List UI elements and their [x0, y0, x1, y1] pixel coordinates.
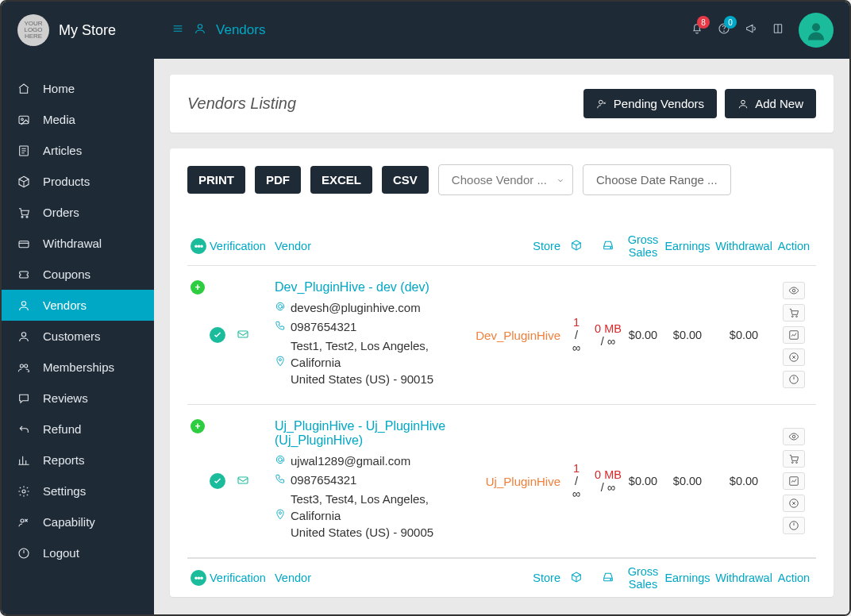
sidebar-item-label: Home — [43, 82, 75, 95]
sidebar-item-withdrawal[interactable]: Withdrawal — [2, 228, 154, 259]
orders-action[interactable] — [783, 450, 805, 468]
gross-sales-value: $0.00 — [624, 329, 662, 341]
print-button[interactable]: PRINT — [187, 166, 245, 194]
earnings-value: $0.00 — [662, 475, 713, 487]
col-withdrawal[interactable]: Withdrawal — [713, 240, 775, 252]
docs-icon[interactable] — [772, 22, 784, 38]
sidebar-item-products[interactable]: Products — [2, 166, 154, 197]
view-action[interactable] — [783, 282, 805, 299]
topbar: YOUR LOGO HERE My Store Vendors 8 0 — [2, 2, 849, 59]
col-vendor[interactable]: Vendor — [275, 240, 473, 252]
stats-action[interactable] — [783, 326, 805, 344]
choose-date-input[interactable]: Choose Date Range ... — [583, 164, 731, 195]
sidebar-item-articles[interactable]: Articles — [2, 135, 154, 166]
expand-all-icon[interactable]: ••• — [191, 570, 206, 586]
sidebar-item-coupons[interactable]: Coupons — [2, 259, 154, 290]
withdrawal-value: $0.00 — [713, 475, 775, 487]
user-icon — [194, 22, 206, 38]
avatar[interactable] — [799, 13, 834, 48]
listing-header-card: Vendors Listing Pending Vendors Add New — [170, 75, 834, 133]
home-icon — [16, 83, 32, 95]
sidebar-item-label: Media — [43, 113, 75, 126]
space-used: 0 MB — [592, 322, 624, 335]
sidebar-item-logout[interactable]: Logout — [2, 537, 154, 568]
table-row: + Uj_PluginHive - Uj_PluginHive (Uj_Plug… — [187, 405, 816, 558]
view-action[interactable] — [783, 428, 805, 445]
expand-row-icon[interactable]: + — [191, 280, 205, 295]
sidebar-item-label: Products — [43, 175, 90, 188]
col-earnings[interactable]: Earnings — [662, 240, 713, 252]
menu-icon[interactable] — [171, 22, 184, 38]
sidebar-item-capability[interactable]: Capability — [2, 506, 154, 537]
orders-action[interactable] — [783, 304, 805, 321]
product-limit-total: ∞ — [560, 341, 592, 354]
media-icon — [16, 114, 32, 126]
stats-action[interactable] — [783, 472, 805, 490]
col-gross[interactable]: Gross Sales — [624, 233, 662, 259]
coupons-icon — [16, 268, 32, 281]
choose-vendor-select[interactable]: Choose Vendor ... — [438, 164, 573, 195]
col-space[interactable] — [592, 239, 624, 254]
table-row: + Dev_PluginHive - dev (dev) devesh@plug… — [187, 266, 816, 405]
power-action[interactable] — [783, 517, 805, 534]
sidebar-item-label: Orders — [43, 206, 79, 219]
expand-row-icon[interactable]: + — [191, 419, 205, 433]
earnings-value: $0.00 — [662, 329, 713, 341]
csv-button[interactable]: CSV — [382, 166, 429, 194]
sidebar-item-orders[interactable]: Orders — [2, 197, 154, 228]
excel-button[interactable]: EXCEL — [310, 166, 372, 194]
phone-icon — [275, 318, 286, 335]
capability-icon — [16, 516, 32, 529]
sidebar-item-media[interactable]: Media — [2, 104, 154, 135]
col-action: Action — [775, 240, 813, 252]
breadcrumb-current[interactable]: Vendors — [216, 22, 265, 38]
settings-icon — [16, 485, 32, 498]
disable-action[interactable] — [783, 348, 805, 366]
help-icon[interactable]: 0 — [718, 22, 730, 38]
withdrawal-icon — [16, 237, 32, 250]
col-limit[interactable] — [560, 239, 592, 254]
reports-icon — [16, 454, 32, 467]
location-icon — [275, 507, 286, 524]
verified-icon — [210, 473, 225, 489]
sidebar-item-customers[interactable]: Customers — [2, 321, 154, 352]
announcements-icon[interactable] — [745, 22, 757, 38]
sidebar-item-refund[interactable]: Refund — [2, 414, 154, 445]
vendor-address: Test3, Test4, Los Angeles, CaliforniaUni… — [291, 491, 473, 541]
col-verification[interactable]: Verification — [210, 240, 275, 252]
refund-icon — [16, 423, 32, 436]
space-total: / ∞ — [592, 481, 624, 494]
col-store[interactable]: Store — [473, 240, 560, 252]
sidebar-item-label: Customers — [43, 329, 101, 343]
pending-vendors-button[interactable]: Pending Vendors — [583, 89, 717, 118]
sidebar-item-reviews[interactable]: Reviews — [2, 383, 154, 414]
pdf-button[interactable]: PDF — [255, 166, 301, 194]
notifications-icon[interactable]: 8 — [691, 22, 703, 38]
sidebar-item-memberships[interactable]: Memberships — [2, 352, 154, 383]
sidebar-item-settings[interactable]: Settings — [2, 475, 154, 506]
product-limit-used: 1 — [560, 316, 592, 329]
withdrawal-value: $0.00 — [713, 329, 775, 341]
envelope-icon[interactable] — [237, 328, 249, 343]
sidebar-item-label: Settings — [43, 484, 86, 498]
expand-all-icon[interactable]: ••• — [191, 238, 206, 254]
vendors-table: ••• Verification Vendor Store Gross Sale… — [187, 227, 816, 597]
vendor-name-link[interactable]: Uj_PluginHive - Uj_PluginHive (Uj_Plugin… — [275, 419, 473, 448]
customers-icon — [16, 330, 32, 343]
sidebar-item-reports[interactable]: Reports — [2, 445, 154, 475]
vendors-icon — [16, 299, 32, 312]
memberships-icon — [16, 361, 32, 374]
store-link[interactable]: Uj_PluginHive — [486, 475, 560, 488]
add-new-button[interactable]: Add New — [725, 89, 816, 118]
vendor-name-link[interactable]: Dev_PluginHive - dev (dev) — [275, 280, 473, 295]
at-icon — [275, 299, 286, 316]
sidebar-item-vendors[interactable]: Vendors — [2, 290, 154, 321]
store-link[interactable]: Dev_PluginHive — [476, 329, 560, 342]
power-action[interactable] — [783, 371, 805, 388]
disable-action[interactable] — [783, 495, 805, 512]
product-limit-sep: / — [560, 475, 592, 487]
sidebar-item-label: Logout — [43, 546, 79, 560]
sidebar-item-home[interactable]: Home — [2, 73, 154, 104]
envelope-icon[interactable] — [237, 474, 249, 489]
table-header: ••• Verification Vendor Store Gross Sale… — [187, 227, 816, 266]
